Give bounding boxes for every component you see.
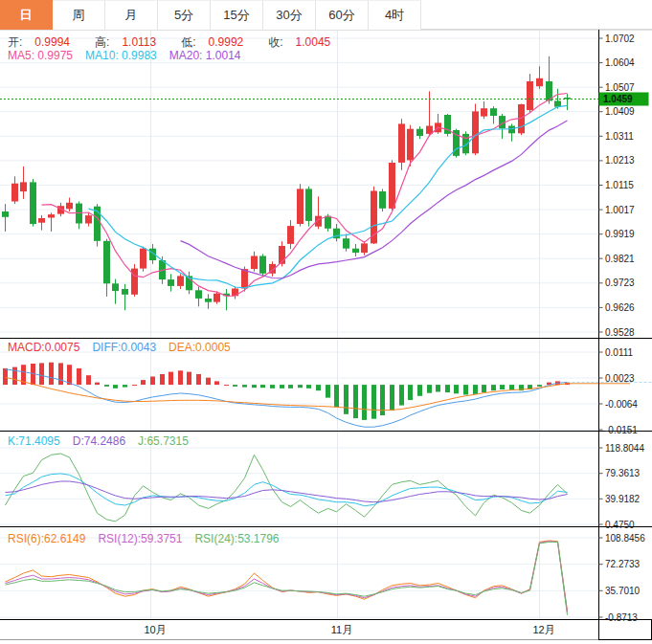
y-axis: 1.07021.06041.05071.04091.03111.02131.01… xyxy=(599,33,646,623)
rsi12-line xyxy=(6,542,568,612)
panel-separators xyxy=(0,30,652,640)
price-tag: 1.0459 xyxy=(599,93,649,106)
svg-text:11月: 11月 xyxy=(331,624,352,635)
tab-month[interactable]: 月 xyxy=(105,0,158,30)
tab-week[interactable]: 周 xyxy=(53,0,105,30)
trading-chart-app: 日周月5分15分30分60分4时 1.07021.06041.05071.040… xyxy=(0,0,652,644)
svg-text:79.3613: 79.3613 xyxy=(605,468,641,478)
chart-canvas[interactable]: 1.07021.06041.05071.04091.03111.02131.01… xyxy=(0,0,652,644)
svg-text:1.0311: 1.0311 xyxy=(605,131,634,142)
svg-text:10月: 10月 xyxy=(144,624,166,635)
svg-text:1.0507: 1.0507 xyxy=(605,82,635,93)
svg-text:12月: 12月 xyxy=(532,624,554,635)
svg-text:1.0017: 1.0017 xyxy=(605,205,635,215)
tab-30min[interactable]: 30分 xyxy=(263,0,316,30)
svg-text:1.0702: 1.0702 xyxy=(605,33,635,44)
rsi24-line xyxy=(6,542,568,614)
svg-text:1.0115: 1.0115 xyxy=(605,180,634,190)
period-toolbar: 日周月5分15分30分60分4时 xyxy=(0,0,652,30)
ma5-line xyxy=(42,94,568,297)
x-axis-months: 10月11月12月 xyxy=(144,624,554,635)
svg-text:0.9626: 0.9626 xyxy=(605,302,635,313)
svg-text:72.2733: 72.2733 xyxy=(605,559,641,569)
svg-text:1.0409: 1.0409 xyxy=(605,106,635,117)
k-line xyxy=(6,474,568,506)
svg-text:1.0213: 1.0213 xyxy=(605,155,635,166)
svg-text:0.9821: 0.9821 xyxy=(605,254,635,264)
svg-text:0.9723: 0.9723 xyxy=(605,278,635,288)
svg-text:1.0459: 1.0459 xyxy=(603,94,633,104)
j-line xyxy=(6,454,568,522)
svg-text:-0.0151: -0.0151 xyxy=(605,425,638,435)
candles xyxy=(2,56,571,311)
tab-60min[interactable]: 60分 xyxy=(316,0,369,30)
tab-15min[interactable]: 15分 xyxy=(211,0,263,30)
tab-4hour[interactable]: 4时 xyxy=(369,0,421,30)
tab-day[interactable]: 日 xyxy=(0,0,53,30)
rsi6-line xyxy=(6,541,568,611)
svg-text:0.0111: 0.0111 xyxy=(605,347,634,358)
svg-text:35.7010: 35.7010 xyxy=(605,586,641,596)
svg-text:1.0604: 1.0604 xyxy=(605,57,635,68)
grid xyxy=(0,30,598,619)
svg-text:-0.8713: -0.8713 xyxy=(605,612,638,623)
svg-text:108.8456: 108.8456 xyxy=(605,533,645,544)
svg-text:0.0023: 0.0023 xyxy=(605,373,635,384)
svg-text:118.8044: 118.8044 xyxy=(605,443,644,454)
svg-text:0.9528: 0.9528 xyxy=(605,327,635,338)
svg-text:39.9182: 39.9182 xyxy=(605,494,641,504)
svg-text:0.9919: 0.9919 xyxy=(605,229,635,239)
tab-5min[interactable]: 5分 xyxy=(158,0,211,30)
svg-text:0.4750: 0.4750 xyxy=(605,520,635,530)
svg-text:-0.0064: -0.0064 xyxy=(605,399,638,410)
